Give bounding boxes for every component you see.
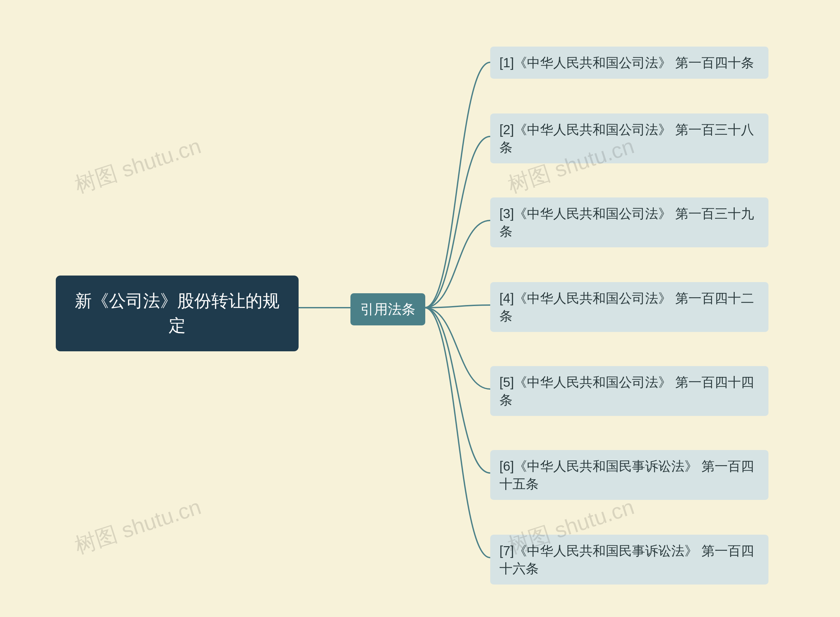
leaf-node-4[interactable]: [4]《中华人民共和国公司法》 第一百四十二条 (490, 282, 768, 332)
leaf-node-7[interactable]: [7]《中华人民共和国民事诉讼法》 第一百四十六条 (490, 535, 768, 585)
leaf-node-2[interactable]: [2]《中华人民共和国公司法》 第一百三十八条 (490, 114, 768, 163)
branch-node-text: 引用法条 (360, 301, 415, 317)
leaf-node-text: [4]《中华人民共和国公司法》 第一百四十二条 (499, 291, 754, 323)
leaf-node-6[interactable]: [6]《中华人民共和国民事诉讼法》 第一百四十五条 (490, 450, 768, 500)
leaf-node-text: [6]《中华人民共和国民事诉讼法》 第一百四十五条 (499, 459, 754, 491)
root-node-text: 新《公司法》股份转让的规定 (75, 291, 279, 335)
mindmap-canvas: 新《公司法》股份转让的规定 引用法条 [1]《中华人民共和国公司法》 第一百四十… (0, 0, 840, 617)
leaf-node-5[interactable]: [5]《中华人民共和国公司法》 第一百四十四条 (490, 366, 768, 416)
branch-node[interactable]: 引用法条 (350, 293, 425, 325)
leaf-node-3[interactable]: [3]《中华人民共和国公司法》 第一百三十九条 (490, 198, 768, 247)
leaf-node-text: [7]《中华人民共和国民事诉讼法》 第一百四十六条 (499, 543, 754, 576)
leaf-node-text: [3]《中华人民共和国公司法》 第一百三十九条 (499, 206, 754, 238)
leaf-node-text: [1]《中华人民共和国公司法》 第一百四十条 (499, 55, 754, 70)
leaf-node-text: [5]《中华人民共和国公司法》 第一百四十四条 (499, 375, 754, 407)
leaf-node-text: [2]《中华人民共和国公司法》 第一百三十八条 (499, 123, 754, 155)
root-node[interactable]: 新《公司法》股份转让的规定 (56, 276, 298, 351)
leaf-node-1[interactable]: [1]《中华人民共和国公司法》 第一百四十条 (490, 47, 768, 79)
